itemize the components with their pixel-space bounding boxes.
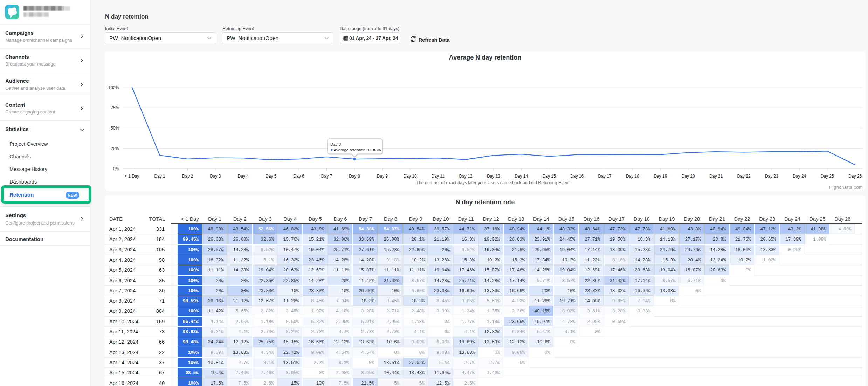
svg-text:Day 22: Day 22 — [737, 174, 750, 179]
svg-text:Day 21: Day 21 — [709, 174, 723, 179]
svg-text:Day 11: Day 11 — [432, 174, 445, 179]
svg-text:Day 20: Day 20 — [682, 174, 695, 179]
svg-text:Day 16: Day 16 — [570, 174, 584, 179]
svg-text:Day 24: Day 24 — [793, 174, 806, 179]
svg-text:Day 19: Day 19 — [654, 174, 667, 179]
svg-text:Day 25: Day 25 — [821, 174, 834, 179]
svg-text:50%: 50% — [111, 126, 119, 131]
svg-text:Day 23: Day 23 — [765, 174, 778, 179]
svg-text:75%: 75% — [111, 105, 119, 110]
svg-text:0%: 0% — [113, 166, 119, 171]
svg-text:Day 13: Day 13 — [487, 174, 500, 179]
svg-text:Day 9: Day 9 — [377, 174, 388, 179]
svg-text:< 1 Day: < 1 Day — [125, 174, 139, 179]
svg-text:Day 2: Day 2 — [182, 174, 193, 179]
svg-text:Day 12: Day 12 — [459, 174, 472, 179]
svg-text:100%: 100% — [108, 85, 119, 90]
svg-text:Average retention: 11.88%: Average retention: 11.88% — [334, 148, 381, 152]
svg-text:Day 10: Day 10 — [404, 174, 417, 179]
svg-text:25%: 25% — [111, 146, 119, 151]
svg-text:Day 7: Day 7 — [321, 174, 332, 179]
svg-text:Day 15: Day 15 — [543, 174, 556, 179]
svg-text:Day 6: Day 6 — [293, 174, 304, 179]
svg-text:Day 26: Day 26 — [848, 174, 862, 179]
svg-text:Day 8: Day 8 — [349, 174, 360, 179]
svg-text:Day 17: Day 17 — [598, 174, 611, 179]
svg-text:Highcharts.com: Highcharts.com — [829, 185, 863, 190]
svg-text:Day 8: Day 8 — [330, 142, 341, 146]
svg-text:Day 4: Day 4 — [238, 174, 249, 179]
svg-text:Day 3: Day 3 — [210, 174, 221, 179]
svg-text:Day 1: Day 1 — [154, 174, 165, 179]
svg-text:Day 18: Day 18 — [626, 174, 639, 179]
svg-text:Day 5: Day 5 — [266, 174, 277, 179]
svg-text:The number of exact days later: The number of exact days later your User… — [416, 180, 570, 185]
svg-text:Day 14: Day 14 — [515, 174, 528, 179]
